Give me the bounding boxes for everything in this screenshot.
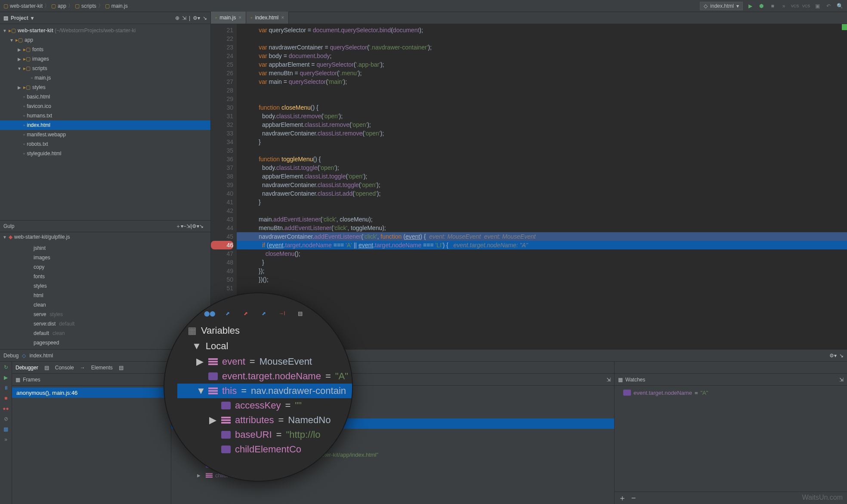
line-number[interactable]: 34: [211, 138, 233, 146]
line-number[interactable]: 43: [211, 215, 233, 224]
code-line[interactable]: var navdrawerContainer = querySelector('…: [237, 43, 847, 52]
code-line[interactable]: navdrawerContainer.classList.toggle('ope…: [237, 181, 847, 189]
gulp-task[interactable]: html: [0, 291, 210, 300]
gulp-task[interactable]: styles: [0, 281, 210, 291]
expand-arrow[interactable]: ▼: [196, 385, 204, 396]
code-line[interactable]: if (event.target.nodeName === 'A' || eve…: [237, 241, 847, 249]
tree-row[interactable]: ▼▸▢web-starter-kit (~/WebstormProjects/w…: [0, 26, 210, 35]
hide-icon[interactable]: ↘: [203, 15, 207, 21]
gulp-task[interactable]: servestyles: [0, 310, 210, 319]
line-number[interactable]: 38: [211, 172, 233, 181]
close-icon[interactable]: ×: [238, 15, 241, 21]
line-number[interactable]: 23: [211, 43, 233, 52]
vcs-up-icon[interactable]: VCS: [791, 2, 799, 10]
expand-arrow[interactable]: ▼: [3, 28, 7, 33]
more-tabs-icon[interactable]: ▤: [119, 365, 124, 371]
expand-arrow[interactable]: ▼: [9, 38, 14, 43]
tree-row[interactable]: ▼▸▢scripts: [0, 64, 210, 73]
run-config-selector[interactable]: ◇ index.html ▾: [700, 2, 743, 10]
expand-arrow[interactable]: ▶: [17, 85, 22, 90]
project-tree[interactable]: ▼▸▢web-starter-kit (~/WebstormProjects/w…: [0, 24, 210, 220]
line-number[interactable]: 41: [211, 198, 233, 206]
tree-row[interactable]: ▫humans.txt: [0, 111, 210, 120]
stop-icon[interactable]: ■: [769, 2, 776, 10]
expand-arrow[interactable]: ▶: [197, 473, 203, 478]
line-number[interactable]: 44: [211, 224, 233, 232]
gear-icon[interactable]: ⚙▾: [829, 353, 837, 359]
expand-arrow[interactable]: ▼: [3, 235, 7, 240]
code-line[interactable]: function toggleMenu() {: [237, 155, 847, 163]
code-line[interactable]: var body = document.body;: [237, 52, 847, 60]
line-number[interactable]: 37: [211, 163, 233, 172]
step-over-icon[interactable]: ⬤⬤: [204, 308, 215, 319]
line-number[interactable]: 26: [211, 69, 233, 77]
expand-arrow[interactable]: ▶: [196, 356, 204, 367]
tree-row[interactable]: ▼▸▢app: [0, 35, 210, 45]
bug-icon[interactable]: ⬢: [757, 2, 765, 10]
code-line[interactable]: body.classList.remove('open');: [237, 112, 847, 120]
line-number[interactable]: 22: [211, 34, 233, 43]
gulp-task[interactable]: fonts: [0, 272, 210, 281]
code-line[interactable]: main.addEventListener('click', closeMenu…: [237, 215, 847, 224]
vcs-down-icon[interactable]: VCS: [802, 2, 810, 10]
tab-console[interactable]: Console: [55, 365, 74, 371]
line-number[interactable]: 45: [211, 232, 233, 241]
undo-icon[interactable]: ↶: [825, 2, 832, 10]
tree-row[interactable]: ▶▸▢images: [0, 54, 210, 64]
code-line[interactable]: var main = querySelector('main');: [237, 77, 847, 86]
add-watch-button[interactable]: ＋: [618, 494, 627, 502]
more-icon[interactable]: »: [4, 436, 7, 443]
mute-breakpoints-icon[interactable]: ⊘: [4, 416, 8, 422]
code-line[interactable]: function closeMenu() {: [237, 103, 847, 112]
line-number[interactable]: 48: [211, 258, 233, 267]
restore-icon[interactable]: ⇲: [839, 377, 844, 383]
tree-row[interactable]: ▶▸▢fonts: [0, 45, 210, 54]
lens-variable-row[interactable]: event.target.nodeName="A": [177, 369, 352, 384]
line-number[interactable]: 24: [211, 52, 233, 60]
code-line[interactable]: }: [237, 138, 847, 146]
code-body[interactable]: var querySelector = document.querySelect…: [237, 24, 847, 349]
code-line[interactable]: var querySelector = document.querySelect…: [237, 26, 847, 34]
line-number[interactable]: 39: [211, 181, 233, 189]
view-breakpoints-icon[interactable]: ●●: [3, 406, 9, 412]
lens-variable-row[interactable]: ▼this=nav.navdrawer-contain: [177, 384, 352, 398]
force-step-icon[interactable]: ⬈: [240, 308, 251, 319]
expand-arrow[interactable]: ▶: [209, 415, 217, 426]
gulp-task[interactable]: jshint: [0, 243, 210, 253]
code-line[interactable]: navdrawerContainer.classList.add('opened…: [237, 189, 847, 198]
line-number[interactable]: 27: [211, 77, 233, 86]
line-number[interactable]: 49: [211, 267, 233, 275]
line-number[interactable]: 28: [211, 86, 233, 95]
lens-variable-row[interactable]: ▶event=MouseEvent: [177, 354, 352, 369]
chevron-down-icon[interactable]: ▾: [31, 15, 34, 21]
code-line[interactable]: var menuBtn = querySelector('.menu');: [237, 69, 847, 77]
layout-icon[interactable]: ▦: [3, 426, 8, 432]
collapse-icon[interactable]: ⇲: [186, 223, 191, 229]
remove-watch-button[interactable]: −: [629, 494, 638, 502]
frames-list[interactable]: anonymous(), main.js:46: [12, 386, 171, 504]
line-number[interactable]: 36: [211, 155, 233, 163]
frame-row[interactable]: anonymous(), main.js:46: [12, 387, 171, 398]
box-icon[interactable]: ▣: [813, 2, 821, 10]
tab-elements[interactable]: Elements: [91, 365, 113, 371]
code-line[interactable]: }: [237, 258, 847, 267]
hide-icon[interactable]: ↘: [199, 223, 204, 229]
code-editor[interactable]: 2122232425262728293031323334353637383940…: [211, 24, 847, 349]
line-number[interactable]: 51: [211, 284, 233, 292]
code-line[interactable]: menuBtn.addEventListener('click', toggle…: [237, 224, 847, 232]
code-line[interactable]: var appbarElement = querySelector('.app-…: [237, 60, 847, 69]
tree-row[interactable]: ▫main.js: [0, 73, 210, 83]
step-into-icon[interactable]: ⬈: [222, 308, 233, 319]
line-number[interactable]: 50: [211, 275, 233, 284]
chevrons-icon[interactable]: »: [780, 2, 788, 10]
close-icon[interactable]: ×: [281, 15, 284, 21]
gulp-task[interactable]: copy: [0, 262, 210, 272]
expand-arrow[interactable]: ▼: [17, 66, 22, 71]
line-number[interactable]: 30: [211, 103, 233, 112]
pause-icon[interactable]: ⏸: [3, 385, 9, 391]
code-line[interactable]: });: [237, 267, 847, 275]
code-line[interactable]: }: [237, 198, 847, 206]
expand-arrow[interactable]: ▶: [17, 57, 22, 61]
target-icon[interactable]: ⊕: [175, 15, 179, 21]
tree-row[interactable]: ▫basic.html: [0, 92, 210, 101]
